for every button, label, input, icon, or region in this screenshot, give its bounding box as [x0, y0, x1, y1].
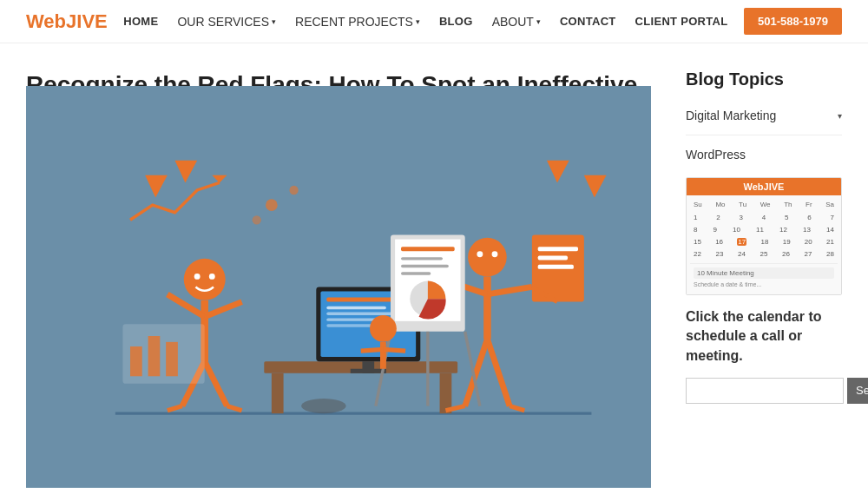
- site-header: WebJIVE HOME OUR SERVICES ▾ RECENT PROJE…: [0, 0, 868, 43]
- chevron-down-icon: ▾: [838, 111, 842, 121]
- svg-rect-44: [130, 346, 142, 376]
- nav-home[interactable]: HOME: [123, 15, 158, 28]
- nav-our-services[interactable]: OUR SERVICES ▾: [177, 15, 276, 29]
- svg-point-16: [209, 274, 215, 280]
- svg-point-49: [289, 186, 298, 195]
- page-container: Recognize the Red Flags: How To Spot an …: [0, 43, 868, 488]
- calendar-content: SuMoTuWeThFrSa 1234567 891011121314 1516…: [687, 195, 841, 294]
- svg-rect-8: [326, 307, 386, 309]
- search-container: Search: [686, 378, 842, 404]
- logo[interactable]: WebJIVE: [26, 10, 108, 33]
- svg-rect-33: [538, 256, 568, 260]
- search-input[interactable]: [686, 378, 844, 404]
- svg-point-26: [492, 252, 498, 258]
- chevron-down-icon: ▾: [416, 17, 420, 26]
- nav-recent-projects[interactable]: RECENT PROJECTS ▾: [295, 15, 420, 29]
- svg-rect-57: [401, 257, 443, 260]
- nav-client-portal[interactable]: CLIENT PORTAL: [635, 15, 728, 28]
- sidebar-title: Blog Topics: [686, 69, 842, 89]
- main-content: Recognize the Red Flags: How To Spot an …: [26, 69, 651, 488]
- phone-button[interactable]: 501-588-1979: [744, 8, 842, 35]
- svg-rect-56: [401, 247, 455, 251]
- sidebar-topic-digital-marketing[interactable]: Digital Marketing ▾: [686, 103, 842, 128]
- svg-point-50: [253, 215, 261, 224]
- nav-about[interactable]: ABOUT ▾: [492, 15, 541, 29]
- sidebar: Blog Topics Digital Marketing ▾ WordPres…: [686, 69, 842, 488]
- svg-rect-3: [272, 373, 284, 413]
- svg-point-14: [184, 259, 226, 300]
- chevron-down-icon: ▾: [536, 17, 541, 26]
- sidebar-topic-wordpress[interactable]: WordPress: [686, 142, 842, 167]
- svg-rect-45: [148, 336, 161, 376]
- svg-point-15: [194, 274, 201, 280]
- svg-line-63: [361, 350, 384, 352]
- calendar-header: WebJIVE: [687, 178, 841, 195]
- main-nav: HOME OUR SERVICES ▾ RECENT PROJECTS ▾ BL…: [123, 15, 727, 29]
- svg-point-25: [477, 252, 483, 258]
- schedule-text: Click the calendar to schedule a call or…: [686, 307, 842, 366]
- svg-rect-9: [326, 313, 401, 315]
- svg-point-48: [266, 200, 278, 212]
- topic-divider: [686, 135, 842, 135]
- svg-rect-34: [538, 265, 574, 269]
- svg-rect-10: [326, 319, 378, 321]
- nav-contact[interactable]: CONTACT: [560, 15, 616, 28]
- svg-line-64: [383, 350, 405, 352]
- svg-rect-46: [166, 342, 178, 376]
- article-illustration: [26, 86, 651, 488]
- svg-rect-13: [351, 369, 386, 373]
- search-button[interactable]: Search: [847, 378, 868, 404]
- svg-point-24: [468, 238, 507, 277]
- nav-blog[interactable]: BLOG: [439, 15, 473, 28]
- svg-rect-32: [538, 247, 578, 251]
- svg-rect-59: [401, 273, 431, 275]
- article-image: [26, 170, 651, 405]
- svg-rect-58: [401, 265, 449, 267]
- calendar-widget[interactable]: WebJIVE SuMoTuWeThFrSa 1234567 891011121…: [686, 177, 842, 295]
- chevron-down-icon: ▾: [272, 17, 276, 26]
- svg-point-65: [301, 399, 345, 413]
- svg-point-61: [370, 315, 397, 342]
